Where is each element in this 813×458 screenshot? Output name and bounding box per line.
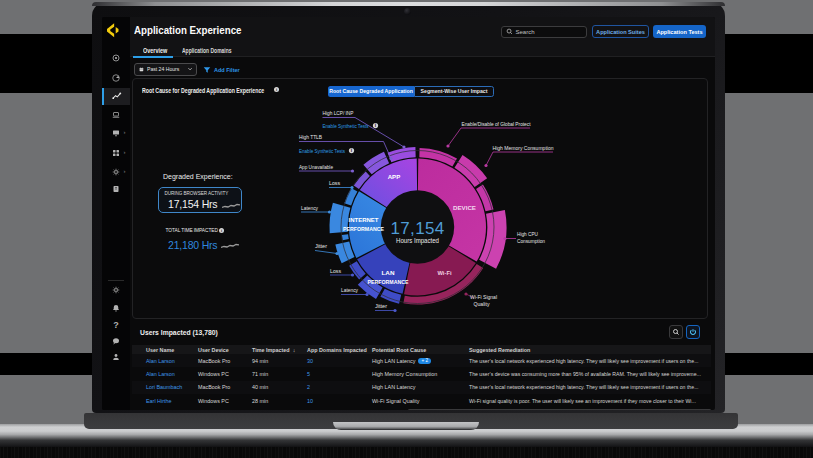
svg-text:INTERNET: INTERNET: [349, 217, 380, 223]
svg-text:Wi-Fi: Wi-Fi: [438, 270, 453, 276]
svg-text:Loss: Loss: [329, 180, 340, 186]
svg-text:17,154: 17,154: [391, 219, 445, 238]
svg-text:App Unavailable: App Unavailable: [299, 164, 333, 170]
svg-text:Latency: Latency: [301, 205, 318, 211]
svg-text:High TTLB: High TTLB: [299, 134, 322, 140]
svg-text:PERFORMANCE: PERFORMANCE: [343, 226, 385, 232]
svg-text:Enable Synthetic Tests: Enable Synthetic Tests: [299, 148, 345, 154]
svg-text:APP: APP: [388, 174, 401, 180]
svg-text:High LCP/ INP: High LCP/ INP: [323, 110, 354, 116]
svg-text:Hours Impacted: Hours Impacted: [396, 237, 439, 245]
svg-text:Jitter: Jitter: [375, 303, 387, 309]
svg-text:High CPU: High CPU: [517, 231, 538, 237]
svg-text:Consumption: Consumption: [517, 238, 545, 244]
svg-text:PERFORMANCE: PERFORMANCE: [368, 279, 410, 285]
svg-text:LAN: LAN: [382, 270, 395, 276]
svg-text:Enable/Disable of Global Prote: Enable/Disable of Global Protect: [462, 121, 531, 127]
svg-text:Jitter: Jitter: [315, 243, 327, 249]
svg-text:i: i: [375, 123, 376, 128]
svg-text:High Memory Consumption: High Memory Consumption: [493, 145, 554, 151]
svg-text:i: i: [351, 148, 352, 153]
svg-text:Enable Synthetic Tests: Enable Synthetic Tests: [323, 123, 369, 129]
svg-text:Wi-Fi Signal: Wi-Fi Signal: [470, 294, 497, 300]
svg-text:Latency: Latency: [341, 287, 358, 293]
svg-text:Loss: Loss: [330, 268, 341, 274]
svg-text:DEVICE: DEVICE: [453, 205, 477, 211]
svg-text:Quality: Quality: [474, 301, 490, 307]
